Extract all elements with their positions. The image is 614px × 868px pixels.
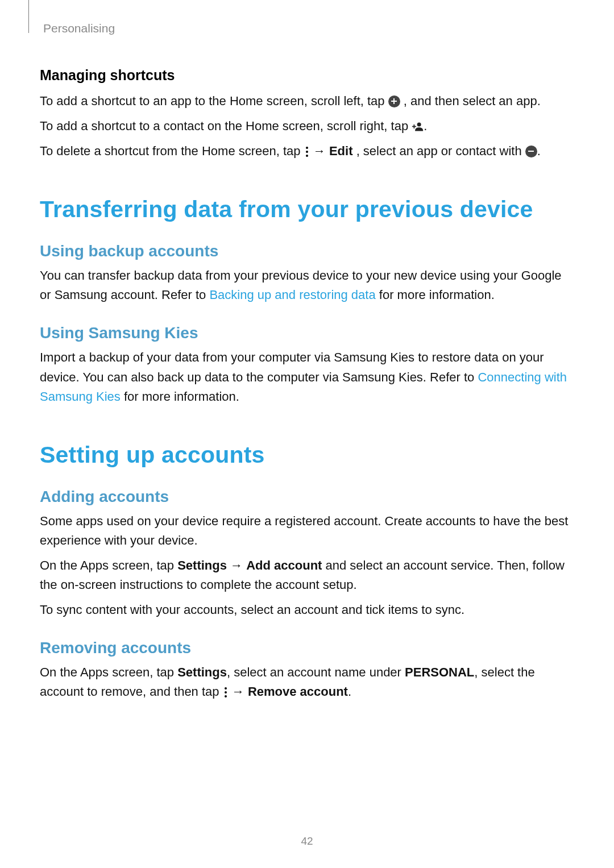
adding-p3: To sync content with your accounts, sele… [40,600,574,620]
arrow-right: → [313,144,329,158]
adding-p2: On the Apps screen, tap Settings → Add a… [40,556,574,595]
settings-label: Settings [177,665,227,679]
text: Import a backup of your data from your c… [40,350,544,384]
add-account-label: Add account [246,558,322,572]
shortcuts-p3: To delete a shortcut from the Home scree… [40,142,574,161]
more-options-icon [223,686,229,698]
heading-managing-shortcuts: Managing shortcuts [40,67,574,84]
removing-p1: On the Apps screen, tap Settings, select… [40,663,574,701]
svg-point-0 [417,122,421,126]
arrow-right: → [227,558,246,572]
adding-p1: Some apps used on your device require a … [40,512,574,550]
text: On the Apps screen, tap [40,558,177,572]
text: , select an app or contact with [356,144,525,158]
remove-icon [525,146,537,157]
heading-transferring-data: Transferring data from your previous dev… [40,196,574,223]
text: . [348,684,351,699]
text: To add a shortcut to a contact on the Ho… [40,119,412,133]
backup-p1: You can transfer backup data from your p… [40,266,574,305]
edit-label: Edit [329,144,353,158]
svg-rect-2 [414,124,415,128]
heading-setting-up-accounts: Setting up accounts [40,442,574,468]
add-app-icon [388,95,400,107]
header-rule [0,0,29,33]
heading-using-samsung-kies: Using Samsung Kies [40,324,574,342]
text: . [537,144,541,158]
text: , and then select an app. [404,94,541,108]
text: To add a shortcut to an app to the Home … [40,94,388,108]
shortcuts-p1: To add a shortcut to an app to the Home … [40,92,574,111]
settings-label: Settings [177,558,227,572]
page-content: Managing shortcuts To add a shortcut to … [40,67,574,701]
manual-page: Personalising Managing shortcuts To add … [0,0,614,868]
page-number: 42 [0,835,614,848]
more-options-icon [304,146,310,157]
link-backing-up-restoring[interactable]: Backing up and restoring data [209,288,375,302]
personal-label: PERSONAL [405,665,474,679]
text: for more information. [376,288,495,302]
text: To delete a shortcut from the Home scree… [40,144,304,158]
heading-removing-accounts: Removing accounts [40,639,574,657]
kies-p1: Import a backup of your data from your c… [40,348,574,406]
text: for more information. [121,389,239,404]
text: On the Apps screen, tap [40,665,177,679]
heading-using-backup-accounts: Using backup accounts [40,242,574,260]
remove-account-label: Remove account [248,684,348,699]
add-contact-icon [412,121,424,132]
text: . [424,119,427,133]
text: , select an account name under [227,665,405,679]
running-head: Personalising [43,22,574,35]
heading-adding-accounts: Adding accounts [40,488,574,506]
shortcuts-p2: To add a shortcut to a contact on the Ho… [40,117,574,136]
arrow-right: → [229,684,248,699]
